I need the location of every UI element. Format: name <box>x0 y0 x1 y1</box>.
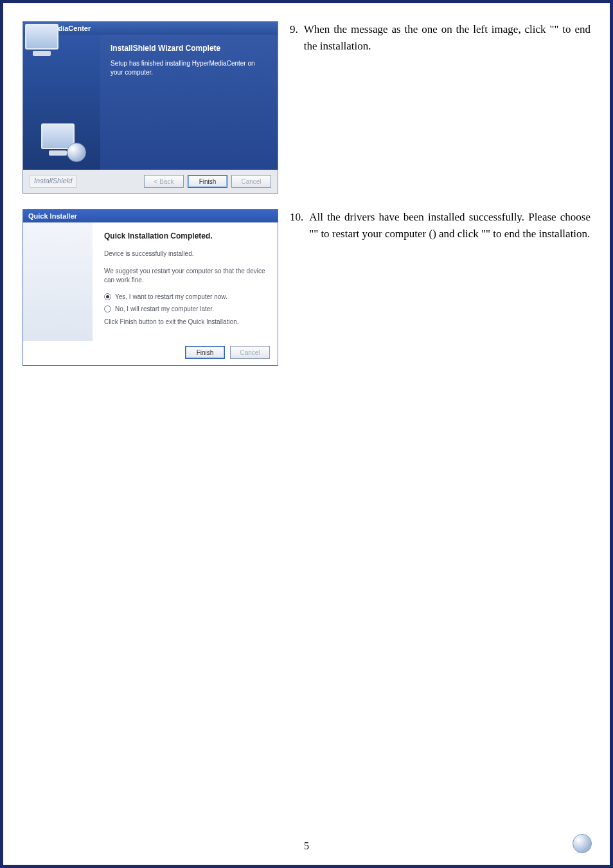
dialog-main: InstallShield Wizard Complete Setup has … <box>100 35 278 170</box>
installshield-badge: InstallShield <box>30 175 76 188</box>
step-9-number: 9. <box>290 21 298 55</box>
radio-yes-row[interactable]: Yes, I want to restart my computer now. <box>104 293 266 300</box>
quick-finish-button[interactable]: Finish <box>185 346 225 359</box>
quick-line2: We suggest you restart your computer so … <box>104 267 266 285</box>
radio-yes-icon[interactable] <box>104 293 111 300</box>
quick-titlebar: Quick Installer <box>23 210 278 222</box>
quick-heading: Quick Installation Completed. <box>104 231 266 240</box>
step-10-number: 10. <box>290 209 303 243</box>
quick-body: Quick Installation Completed. Device is … <box>23 222 278 341</box>
page-content: HyperMediaCenter InstallShield Wizard Co… <box>22 21 591 852</box>
dialog-heading: InstallShield Wizard Complete <box>111 44 267 53</box>
page-number: 5 <box>22 840 591 852</box>
quick-line3: Click Finish button to exit the Quick In… <box>104 318 266 327</box>
step-10-body: All the drivers have been installed succ… <box>309 209 591 243</box>
monitor-icon <box>39 121 85 161</box>
step-row-10: Quick Installer Quick Installation Compl… <box>22 209 591 366</box>
dialog-titlebar: HyperMediaCenter <box>23 22 278 35</box>
radio-no-row[interactable]: No, I will restart my computer later. <box>104 305 266 312</box>
step-9-text: 9. When the message as the one on the le… <box>290 21 591 55</box>
cancel-button[interactable]: Cancel <box>231 175 271 188</box>
dialog-subtext: Setup has finished installing HyperMedia… <box>111 59 267 77</box>
dialog-body: InstallShield Wizard Complete Setup has … <box>23 35 278 170</box>
step-row-9: HyperMediaCenter InstallShield Wizard Co… <box>22 21 591 194</box>
dialog-col-2: Quick Installer Quick Installation Compl… <box>22 209 278 366</box>
installshield-dialog: HyperMediaCenter InstallShield Wizard Co… <box>22 21 278 194</box>
step-9-body: When the message as the one on the left … <box>304 21 591 55</box>
quick-cancel-button[interactable]: Cancel <box>230 346 270 359</box>
finish-button[interactable]: Finish <box>188 175 227 188</box>
step-10-text: 10. All the drivers have been installed … <box>290 209 591 243</box>
dialog-footer: InstallShield < Back Finish Cancel <box>23 170 278 193</box>
back-button[interactable]: < Back <box>144 175 184 188</box>
quick-main: Quick Installation Completed. Device is … <box>93 222 278 341</box>
page-frame: HyperMediaCenter InstallShield Wizard Co… <box>0 0 613 868</box>
radio-no-label: No, I will restart my computer later. <box>115 305 214 312</box>
quick-side-image <box>23 222 93 341</box>
quick-line1: Device is successfully installed. <box>104 249 266 259</box>
radio-yes-label: Yes, I want to restart my computer now. <box>115 293 227 300</box>
dialog-col-1: HyperMediaCenter InstallShield Wizard Co… <box>22 21 278 194</box>
quick-footer: Finish Cancel <box>23 341 278 365</box>
radio-no-icon[interactable] <box>104 305 111 312</box>
quick-installer-dialog: Quick Installer Quick Installation Compl… <box>22 209 278 366</box>
